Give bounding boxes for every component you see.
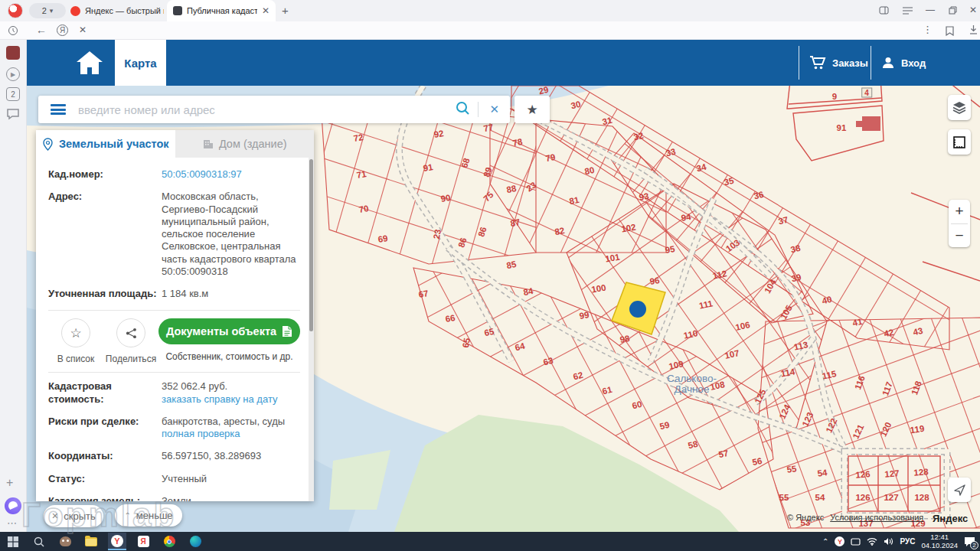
volume-icon[interactable] [884,537,893,546]
cost-certificate-link[interactable]: заказать справку на дату [162,393,278,405]
object-docs: Документы объекта Собственник, стоимость… [158,318,300,362]
screen: 2 ▾ Яндекс — быстрый поиск Публичная кад… [0,0,980,551]
panel-body: Кад.номер: 50:05:0090318:97 Адрес: Моско… [36,158,314,501]
share-button[interactable]: Поделиться [103,318,158,364]
stop-icon[interactable]: ✕ [79,25,87,34]
layers-icon [952,101,966,114]
side-panel-icon[interactable] [879,5,889,17]
collections-icon[interactable] [945,25,955,39]
tray-yandex-icon[interactable]: Y [835,536,844,546]
nav-divider [799,46,799,80]
document-icon [282,325,292,337]
tab-counter[interactable]: 2 ▾ [29,3,66,18]
parcel-number: 94 [681,212,692,223]
edge-icon[interactable] [186,533,204,550]
add-icon[interactable]: + [6,476,13,490]
object-documents-button[interactable]: Документы объекта [158,318,300,344]
panel-scrollbar[interactable] [309,158,314,501]
actions-row: ☆ В список Поделиться Документы объекта [48,318,300,364]
browser-sidebar: ▶ 2 + ⋯ [0,40,27,532]
locate-arrow-icon [954,484,965,496]
zoom-in-button[interactable]: + [949,200,970,223]
settlement-label: Сальково- Дачное [667,373,717,395]
back-icon[interactable]: ← [36,24,47,35]
cad-number-link[interactable]: 50:05:0090318:97 [162,168,300,181]
parcel-number: 127 [884,468,900,479]
orders-button[interactable]: Заказы [809,40,868,86]
alice-assistant-icon[interactable] [5,497,21,514]
yandex-logo[interactable]: Яндекс [933,513,968,524]
zoom-out-button[interactable]: − [949,224,970,248]
parcel-number: 98 [619,334,631,344]
locate-me-button[interactable] [948,478,971,502]
notifications-icon[interactable]: 2 [964,536,975,547]
restore-icon[interactable] [949,6,957,16]
row-deal-risks: Риски при сделке: банкротства, аресты, с… [48,416,300,441]
parcel-number: 99 [579,310,590,321]
tab-land-parcel[interactable]: Земельный участок [36,130,175,158]
tab-house-building[interactable]: Дом (здание) [175,130,315,158]
terms-link[interactable]: Условия использования [830,513,923,522]
gimp-icon[interactable] [56,533,74,550]
system-tray: ⌃ Y РУС 12:41 04.10.2024 2 [822,532,975,551]
alice-glyph [8,501,18,510]
chat-icon[interactable] [6,107,20,121]
close-window-icon[interactable]: ✕ [969,5,977,15]
more-dots-icon[interactable]: ⋮ [923,24,933,34]
parcel-number: 95 [665,244,676,255]
search-icon[interactable] [456,101,470,119]
search-input[interactable] [77,103,448,117]
wifi-icon[interactable] [867,537,877,546]
tab-cadastral-map[interactable]: Публичная кадастров... ✕ [167,0,276,21]
hide-panel-button[interactable]: ✕ скрыть [44,505,103,527]
ellipsis-icon[interactable]: ⋯ [7,517,18,529]
menu-burger-icon[interactable] [51,104,66,115]
login-button[interactable]: Вход [881,40,926,86]
parcel-number: 55 [786,464,797,474]
clear-search-icon[interactable]: ✕ [489,103,499,116]
minimize-icon[interactable]: — [926,5,935,15]
file-explorer-icon[interactable] [82,533,100,550]
parcel-number: 127 [884,493,898,502]
add-to-list-button[interactable]: ☆ В список [48,318,103,364]
layers-button[interactable] [948,95,971,120]
browser-logo-icon[interactable] [8,3,23,18]
row-coordinates: Координаты: 56.597150, 38.289693 [48,450,300,462]
menu-icon[interactable] [903,7,913,16]
building-number-label: 4 [861,88,872,98]
measure-area-button[interactable] [948,129,971,155]
video-play-icon[interactable]: ▶ [6,67,20,81]
full-check-link[interactable]: полная проверка [162,428,240,439]
tab-karta[interactable]: Карта [115,40,166,86]
site-navbar: Карта Заказы Вход [27,40,980,86]
start-button[interactable] [4,533,22,550]
language-indicator[interactable]: РУС [900,537,915,546]
tray-window-icon[interactable] [851,537,861,546]
chrome-icon[interactable] [160,533,178,550]
parcel-number: 54 [817,468,828,478]
measure-icon [952,135,966,149]
close-tab-icon[interactable]: ✕ [262,6,270,15]
scrollbar-thumb[interactable] [309,159,313,331]
clock[interactable]: 12:41 04.10.2024 [921,533,958,550]
collapse-button[interactable]: ⌃ меньше [115,504,182,527]
favorites-star-button[interactable]: ★ [514,96,550,123]
tab-yandex-search[interactable]: Яндекс — быстрый поиск [70,2,164,19]
home-icon[interactable] [74,49,105,80]
taskbar-search-icon[interactable] [30,533,48,550]
new-tab-button[interactable]: + [282,5,289,16]
yandex-home-icon[interactable]: Я [57,24,68,36]
yandex-browser-icon[interactable]: Y [108,533,126,550]
download-icon[interactable] [969,24,978,38]
selected-parcel-marker [629,301,646,318]
parcel-number: 90 [440,193,452,204]
sidebar-app-icon[interactable] [6,46,20,60]
history-clock-icon[interactable] [8,25,18,39]
parcel-number: 66 [445,313,456,324]
parcel-number: 126 [855,469,871,480]
yandex-app-icon[interactable]: Я [134,533,152,550]
parcel-number: 65 [461,337,472,349]
tray-chevron-icon[interactable]: ⌃ [822,537,828,546]
counter-badge-icon[interactable]: 2 [6,87,20,101]
search-bar[interactable]: ✕ [38,96,510,123]
